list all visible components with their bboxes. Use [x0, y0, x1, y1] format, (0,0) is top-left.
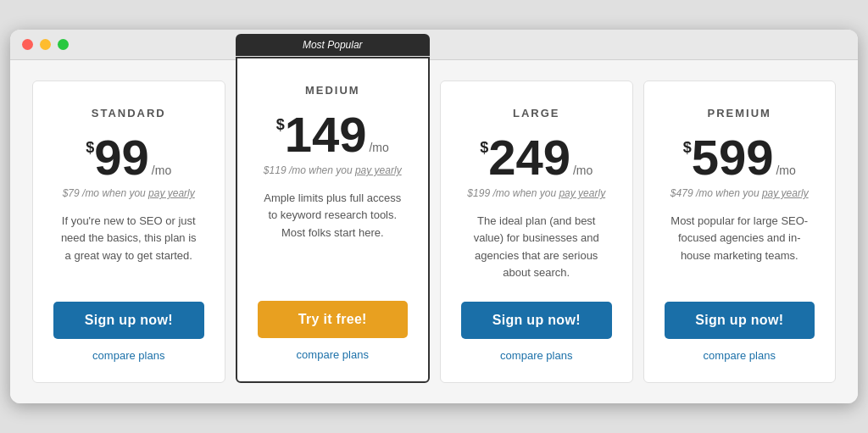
- compare-plans-link-premium[interactable]: compare plans: [704, 349, 776, 362]
- price-amount-large: 249: [488, 133, 570, 182]
- price-dollar-medium: $: [276, 117, 285, 132]
- price-period-standard: /mo: [152, 164, 171, 177]
- price-yearly-large: $199 /mo when you pay yearly: [467, 187, 605, 199]
- price-yearly-medium: $119 /mo when you pay yearly: [264, 164, 402, 176]
- price-period-premium: /mo: [776, 164, 795, 177]
- pricing-section: STANDARD $ 99 /mo $79 /mo when you pay y…: [10, 60, 858, 403]
- pay-yearly-link-large[interactable]: pay yearly: [559, 187, 605, 199]
- signup-button-large[interactable]: Sign up now!: [461, 302, 612, 339]
- price-row-medium: $ 149 /mo: [276, 110, 389, 159]
- plan-card-premium: PREMIUM $ 599 /mo $479 /mo when you pay …: [643, 80, 837, 383]
- price-row-large: $ 249 /mo: [480, 133, 593, 182]
- compare-plans-link-standard[interactable]: compare plans: [92, 349, 164, 362]
- price-row-premium: $ 599 /mo: [683, 133, 796, 182]
- plan-name-standard: STANDARD: [92, 107, 166, 119]
- popular-badge: Most Popular: [236, 34, 431, 56]
- plan-card-medium: Most Popular MEDIUM $ 149 /mo $119 /mo w…: [236, 57, 431, 383]
- plan-description-standard: If you're new to SEO or just need the ba…: [53, 213, 204, 281]
- price-amount-premium: 599: [692, 133, 774, 182]
- price-amount-standard: 99: [94, 133, 149, 182]
- pay-yearly-link-standard[interactable]: pay yearly: [148, 187, 195, 199]
- minimize-button[interactable]: [40, 39, 51, 50]
- plan-description-premium: Most popular for large SEO-focused agenc…: [665, 213, 815, 281]
- close-button[interactable]: [22, 39, 33, 50]
- try-free-button[interactable]: Try it free!: [258, 301, 409, 338]
- price-dollar-large: $: [480, 140, 488, 155]
- pay-yearly-link-premium[interactable]: pay yearly: [762, 187, 809, 199]
- price-period-large: /mo: [573, 164, 593, 177]
- pay-yearly-link-medium[interactable]: pay yearly: [355, 164, 402, 176]
- plan-description-medium: Ample limits plus full access to keyword…: [258, 190, 409, 280]
- plan-card-standard: STANDARD $ 99 /mo $79 /mo when you pay y…: [32, 80, 225, 383]
- plan-name-large: LARGE: [513, 107, 560, 119]
- plan-name-medium: MEDIUM: [305, 84, 360, 97]
- price-amount-medium: 149: [285, 110, 367, 159]
- price-yearly-premium: $479 /mo when you pay yearly: [670, 187, 809, 199]
- signup-button-premium[interactable]: Sign up now!: [665, 302, 815, 339]
- plan-description-large: The ideal plan (and best value) for busi…: [461, 213, 612, 281]
- app-window: STANDARD $ 99 /mo $79 /mo when you pay y…: [10, 30, 858, 403]
- plan-card-large: LARGE $ 249 /mo $199 /mo when you pay ye…: [440, 80, 633, 383]
- price-yearly-standard: $79 /mo when you pay yearly: [63, 187, 195, 199]
- plan-name-premium: PREMIUM: [708, 107, 771, 119]
- maximize-button[interactable]: [58, 39, 69, 50]
- price-dollar-premium: $: [683, 140, 692, 155]
- signup-button-standard[interactable]: Sign up now!: [53, 302, 204, 339]
- titlebar: [10, 30, 858, 60]
- compare-plans-link-medium[interactable]: compare plans: [297, 348, 369, 361]
- price-dollar-standard: $: [86, 140, 94, 155]
- price-period-medium: /mo: [369, 141, 388, 154]
- compare-plans-link-large[interactable]: compare plans: [500, 349, 572, 362]
- price-row-standard: $ 99 /mo: [86, 133, 171, 182]
